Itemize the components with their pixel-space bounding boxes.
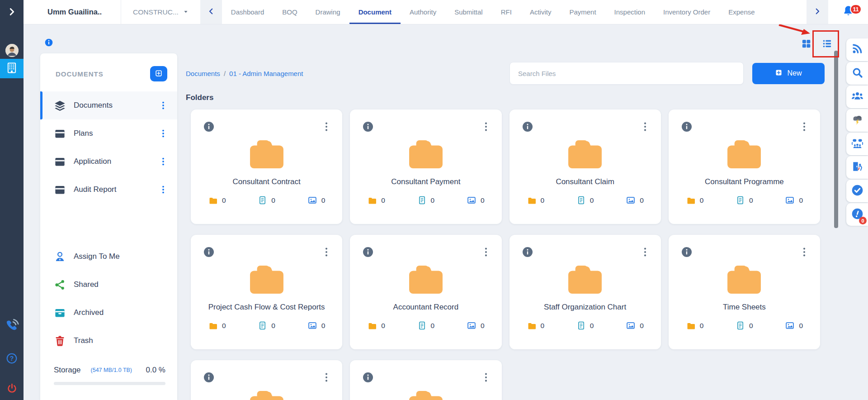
audit-report-menu-button[interactable] <box>159 185 167 195</box>
breadcrumb-root-link[interactable]: Documents <box>186 70 220 77</box>
folder-card[interactable]: Consultant Contract 0 0 0 <box>191 110 342 224</box>
tab-document[interactable]: Document <box>349 0 401 24</box>
folder-menu-button[interactable] <box>483 372 490 383</box>
info-icon[interactable] <box>363 121 373 132</box>
tab-expense[interactable]: Expense <box>719 0 764 24</box>
folder-card[interactable]: Time Sheets 0 0 0 <box>669 235 820 349</box>
alerts-count-badge: 0 <box>859 217 867 224</box>
sidebar-item-assign-to-me[interactable]: Assign To Me <box>40 243 177 271</box>
documents-menu-button[interactable] <box>159 100 167 110</box>
app-rail: ? <box>0 0 24 400</box>
tab-boq[interactable]: BOQ <box>273 0 306 24</box>
rail-tab-approvals[interactable] <box>846 180 868 202</box>
rail-tab-alerts[interactable]: 0 <box>846 203 868 226</box>
question-icon: ? <box>6 352 18 366</box>
rail-help-button[interactable]: ? <box>0 352 24 366</box>
folder-menu-button[interactable] <box>323 247 330 257</box>
folder-card[interactable]: Consultant Claim 0 0 0 <box>509 110 661 224</box>
sidebar-item-label: Archived <box>74 308 167 317</box>
page-info-icon[interactable] <box>44 38 53 47</box>
folder-menu-button[interactable] <box>801 121 808 132</box>
box-icon <box>54 184 66 196</box>
image-count: 0 <box>321 322 326 330</box>
image-count-icon <box>786 197 794 204</box>
rail-tab-meetings[interactable] <box>846 133 868 155</box>
rail-tab-site-exit[interactable] <box>846 156 868 179</box>
rss-icon <box>851 43 863 57</box>
folder-card-partial[interactable] <box>191 360 342 400</box>
folder-icon <box>669 264 820 295</box>
box-icon <box>54 156 66 168</box>
project-name[interactable]: Umm Guailina.. <box>24 8 121 16</box>
sidebar-item-application[interactable]: Application <box>40 148 177 176</box>
rail-item-projects[interactable] <box>0 59 24 78</box>
tabs-scroll-left-button[interactable] <box>200 0 222 24</box>
rail-tab-team[interactable] <box>846 86 868 108</box>
sidebar-expand-button[interactable] <box>0 5 24 20</box>
sidebar-item-audit-report[interactable]: Audit Report <box>40 176 177 204</box>
vertical-scrollbar-thumb[interactable] <box>834 51 838 228</box>
info-icon[interactable] <box>203 121 214 132</box>
info-icon[interactable] <box>363 372 373 383</box>
folder-menu-button[interactable] <box>323 121 330 132</box>
folder-card[interactable]: Staff Organization Chart 0 0 0 <box>509 235 661 349</box>
new-button[interactable]: New <box>752 63 825 84</box>
folder-menu-button[interactable] <box>801 247 808 257</box>
tab-inspection[interactable]: Inspection <box>605 0 654 24</box>
file-count: 0 <box>749 196 753 205</box>
folder-menu-button[interactable] <box>642 247 649 257</box>
tab-rfi[interactable]: RFI <box>492 0 521 24</box>
image-count: 0 <box>640 196 644 205</box>
image-count: 0 <box>481 196 485 205</box>
tab-inventory-order[interactable]: Inventory Order <box>654 0 719 24</box>
folder-icon <box>350 264 501 295</box>
list-view-button[interactable] <box>822 38 832 49</box>
rail-call-button[interactable] <box>0 316 24 334</box>
folder-card[interactable]: Project Cash Flow & Cost Reports 0 0 0 <box>191 235 342 349</box>
info-icon[interactable] <box>203 372 214 383</box>
tabs-scroll-right-button[interactable] <box>807 0 828 24</box>
plans-menu-button[interactable] <box>159 129 167 138</box>
grid-view-button[interactable] <box>801 38 811 49</box>
notifications-button[interactable]: 11 <box>828 0 868 24</box>
tab-submittal[interactable]: Submittal <box>445 0 492 24</box>
folder-card[interactable]: Accountant Record 0 0 0 <box>350 235 501 349</box>
breadcrumb-current[interactable]: 01 - Admin Management <box>229 70 303 77</box>
info-icon[interactable] <box>363 247 373 257</box>
tab-drawing[interactable]: Drawing <box>307 0 349 24</box>
tab-payment[interactable]: Payment <box>560 0 605 24</box>
folder-card[interactable]: Consultant Programme 0 0 0 <box>669 110 820 224</box>
rail-tab-weather[interactable] <box>846 109 868 132</box>
add-document-section-button[interactable] <box>150 66 167 81</box>
info-icon[interactable] <box>681 121 692 132</box>
tab-dashboard[interactable]: Dashboard <box>222 0 273 24</box>
folder-menu-button[interactable] <box>323 372 330 383</box>
rail-tab-feed[interactable] <box>846 38 868 61</box>
rail-logout-button[interactable] <box>0 383 24 396</box>
sidebar-item-shared[interactable]: Shared <box>40 271 177 299</box>
rail-tab-search[interactable] <box>846 62 868 85</box>
folder-card[interactable]: Consultant Payment 0 0 0 <box>350 110 501 224</box>
folder-name: Staff Organization Chart <box>509 303 661 312</box>
search-files-input[interactable] <box>509 62 744 85</box>
folder-menu-button[interactable] <box>642 121 649 132</box>
info-icon[interactable] <box>522 121 533 132</box>
main-tabs: Dashboard BOQ Drawing Document Authority… <box>222 0 764 24</box>
folder-card-partial[interactable] <box>350 360 501 400</box>
org-selector[interactable]: CONSTRUC... <box>121 8 200 16</box>
sidebar-item-archived[interactable]: Archived <box>40 299 177 327</box>
sidebar-item-documents[interactable]: Documents <box>40 91 177 119</box>
tab-authority[interactable]: Authority <box>401 0 445 24</box>
folder-menu-button[interactable] <box>483 121 490 132</box>
tab-activity[interactable]: Activity <box>521 0 561 24</box>
folder-menu-button[interactable] <box>483 247 490 257</box>
application-menu-button[interactable] <box>159 157 167 167</box>
info-icon[interactable] <box>203 247 214 257</box>
user-avatar[interactable] <box>5 44 19 57</box>
info-icon[interactable] <box>522 247 533 257</box>
sidebar-item-trash[interactable]: Trash <box>40 327 177 355</box>
folder-icon <box>350 138 501 170</box>
image-count-icon <box>627 197 635 204</box>
info-icon[interactable] <box>681 247 692 257</box>
sidebar-item-plans[interactable]: Plans <box>40 119 177 148</box>
